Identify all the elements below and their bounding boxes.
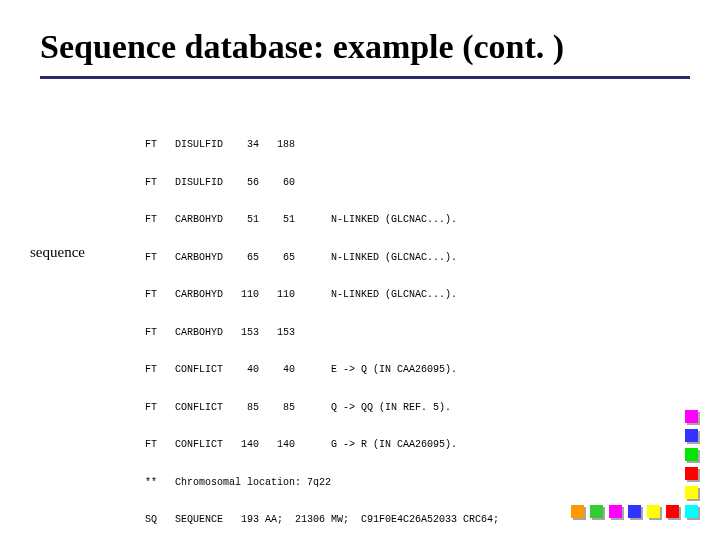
ft-line: FT CARBOHYD 65 65 N-LINKED (GLCNAC...). [145,252,700,265]
square-row [571,486,698,499]
color-square [571,505,584,518]
ft-line: FT CONFLICT 40 40 E -> Q (IN CAA26095). [145,364,700,377]
square-row [571,467,698,480]
label-column: sequence [30,114,145,540]
color-square [685,467,698,480]
color-square [685,448,698,461]
square-row [571,448,698,461]
ft-line: FT CARBOHYD 51 51 N-LINKED (GLCNAC...). [145,214,700,227]
color-square [609,505,622,518]
ft-line: FT CARBOHYD 153 153 [145,327,700,340]
ft-line: FT DISULFID 34 188 [145,139,700,152]
square-row [571,429,698,442]
page-title: Sequence database: example (cont. ) [0,0,720,76]
square-row [571,505,698,518]
ft-line: FT CARBOHYD 110 110 N-LINKED (GLCNAC...)… [145,289,700,302]
color-square [685,505,698,518]
color-square [685,410,698,423]
color-square [647,505,660,518]
decorative-squares [571,410,698,518]
color-square [666,505,679,518]
sequence-label: sequence [30,244,145,261]
ft-line: FT DISULFID 56 60 [145,177,700,190]
color-square [590,505,603,518]
color-square [628,505,641,518]
square-row [571,410,698,423]
color-square [685,486,698,499]
color-square [685,429,698,442]
